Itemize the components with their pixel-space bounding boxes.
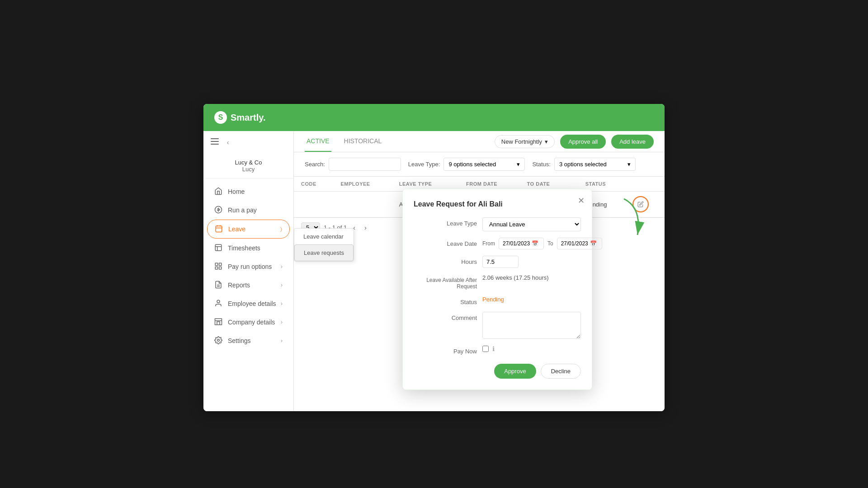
company-arrow: ›	[281, 319, 283, 325]
sidebar-label-timesheets: Timesheets	[228, 244, 260, 252]
pay-now-checkbox[interactable]	[482, 346, 489, 352]
dollar-icon	[214, 206, 223, 215]
pay-now-row: Pay Now ℹ	[414, 345, 581, 355]
svg-rect-9	[219, 267, 222, 269]
pay-now-label: Pay Now	[414, 345, 477, 355]
to-date-input[interactable]: 27/01/2023 📅	[557, 238, 602, 249]
decline-button[interactable]: Decline	[541, 364, 581, 379]
sidebar-item-home[interactable]: Home	[207, 183, 290, 201]
svg-rect-4	[216, 226, 222, 232]
sidebar-label-employee-details: Employee details	[228, 300, 276, 307]
app-name: Smartly.	[231, 113, 265, 123]
grid-icon	[214, 262, 223, 271]
main-layout: ‹ Lucy & Co Lucy Home	[203, 131, 665, 411]
hours-form-label: Hours	[414, 256, 477, 265]
status-row: Status Pending	[414, 296, 581, 305]
comment-textarea[interactable]	[482, 312, 581, 339]
person-icon	[214, 299, 223, 308]
svg-rect-1	[211, 141, 219, 142]
sidebar-toggle[interactable]: ‹	[203, 131, 293, 154]
settings-arrow: ›	[281, 338, 283, 344]
modal-overlay: Leave Request for Ali Bali ✕ Leave Type …	[294, 131, 665, 411]
svg-point-14	[217, 339, 220, 342]
sidebar-item-pay-run-options[interactable]: Pay run options ›	[207, 258, 290, 276]
svg-rect-7	[219, 263, 222, 265]
gear-icon	[214, 336, 223, 345]
comment-label: Comment	[414, 312, 477, 321]
app-logo: S Smartly.	[214, 111, 265, 124]
info-icon: ℹ	[492, 345, 495, 352]
sidebar-label-company-details: Company details	[228, 319, 275, 326]
status-form-label: Status	[414, 296, 477, 305]
user-name: Lucy	[211, 166, 286, 173]
status-form-value: Pending	[482, 296, 504, 303]
app-window: S Smartly. ‹ Lucy & Co Lucy	[203, 104, 665, 411]
user-info: Lucy & Co Lucy	[203, 154, 293, 178]
leave-available-label: Leave Available After Request	[414, 274, 477, 290]
svg-rect-0	[211, 138, 219, 139]
hours-input[interactable]	[482, 256, 519, 268]
employee-arrow: ›	[281, 300, 283, 307]
svg-rect-5	[215, 244, 222, 251]
svg-point-12	[217, 300, 220, 303]
date-input-group: From 27/01/2023 📅 To 27/01/2023 📅	[482, 238, 602, 249]
leave-available-row: Leave Available After Request 2.06 weeks…	[414, 274, 581, 290]
sidebar-item-employee-details[interactable]: Employee details ›	[207, 295, 290, 313]
app-header: S Smartly.	[203, 104, 665, 131]
from-label: From	[482, 240, 495, 247]
leave-date-form-label: Leave Date	[414, 238, 477, 247]
from-date-input[interactable]: 27/01/2023 📅	[499, 238, 544, 249]
sidebar-item-run-a-pay[interactable]: Run a pay	[207, 201, 290, 219]
sidebar-label-pay-run-options: Pay run options	[228, 263, 272, 270]
leave-request-modal: Leave Request for Ali Bali ✕ Leave Type …	[402, 189, 592, 390]
hours-row: Hours	[414, 256, 581, 268]
sidebar-label-settings: Settings	[228, 337, 251, 344]
to-date-value: 27/01/2023	[561, 240, 588, 247]
svg-rect-8	[215, 267, 217, 269]
sidebar-item-company-details[interactable]: Company details ›	[207, 313, 290, 331]
to-label: To	[547, 240, 553, 247]
document-icon	[214, 281, 223, 290]
comment-row: Comment	[414, 312, 581, 339]
home-icon	[214, 187, 223, 196]
svg-rect-2	[211, 144, 219, 145]
sidebar-label-home: Home	[228, 188, 245, 195]
calendar-to-icon: 📅	[590, 240, 597, 247]
sidebar-item-timesheets[interactable]: Timesheets	[207, 239, 290, 257]
calendar-from-icon: 📅	[532, 240, 538, 247]
leave-type-row: Leave Type Annual Leave	[414, 217, 581, 231]
leave-arrow: 〉	[280, 226, 282, 232]
sidebar-label-leave: Leave	[228, 225, 245, 233]
pay-run-arrow: ›	[281, 263, 283, 270]
sidebar-label-reports: Reports	[228, 282, 250, 289]
modal-footer: Approve Decline	[414, 364, 581, 379]
modal-title: Leave Request for Ali Bali	[414, 200, 581, 208]
modal-close-button[interactable]: ✕	[578, 197, 585, 205]
pay-now-group: ℹ	[482, 345, 495, 352]
sidebar-nav: Home Run a pay Leave 〉	[203, 178, 293, 411]
logo-icon: S	[214, 111, 227, 124]
leave-date-row: Leave Date From 27/01/2023 📅 To 27/01/20…	[414, 238, 581, 249]
approve-button[interactable]: Approve	[494, 364, 536, 379]
sidebar-item-reports[interactable]: Reports ›	[207, 276, 290, 294]
sidebar: ‹ Lucy & Co Lucy Home	[203, 131, 294, 411]
user-company: Lucy & Co	[211, 159, 286, 166]
from-date-value: 27/01/2023	[503, 240, 530, 247]
sidebar-item-settings[interactable]: Settings ›	[207, 332, 290, 350]
clock-icon	[214, 244, 223, 253]
calendar-icon	[215, 225, 224, 234]
sidebar-item-leave[interactable]: Leave 〉	[207, 220, 290, 239]
sidebar-label-run-a-pay: Run a pay	[228, 206, 257, 214]
leave-available-value: 2.06 weeks (17.25 hours)	[482, 274, 549, 281]
building-icon	[214, 318, 223, 327]
reports-arrow: ›	[281, 282, 283, 288]
leave-type-form-label: Leave Type	[414, 217, 477, 227]
content-area: ACTIVE HISTORICAL New Fortnightly ▾ Appr…	[294, 131, 665, 411]
leave-type-select[interactable]: Annual Leave	[482, 217, 581, 231]
svg-rect-6	[215, 263, 217, 265]
